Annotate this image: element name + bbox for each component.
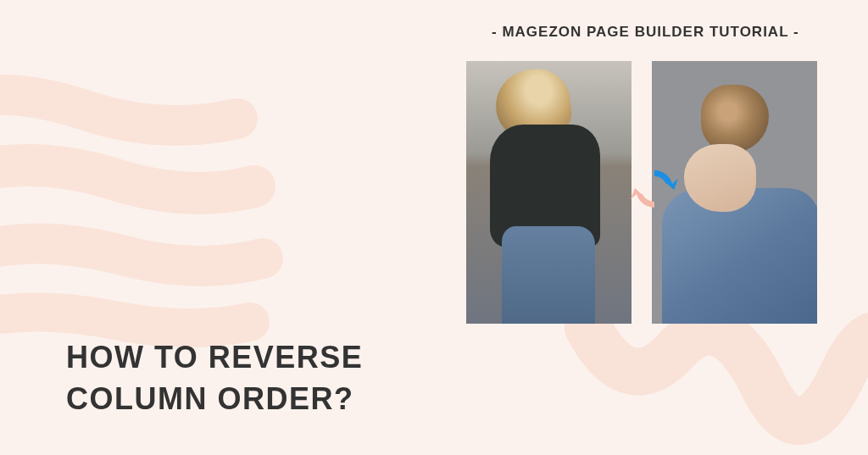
photo-woman-facing-right (466, 61, 632, 324)
main-title: HOW TO REVERSE COLUMN ORDER? (66, 337, 363, 419)
title-line-2: COLUMN ORDER? (66, 379, 363, 420)
swap-arrows-icon (631, 165, 678, 213)
title-line-1: HOW TO REVERSE (66, 337, 363, 379)
subtitle-text: - MAGEZON PAGE BUILDER TUTORIAL - (492, 24, 799, 41)
brush-stroke-left (0, 68, 288, 347)
